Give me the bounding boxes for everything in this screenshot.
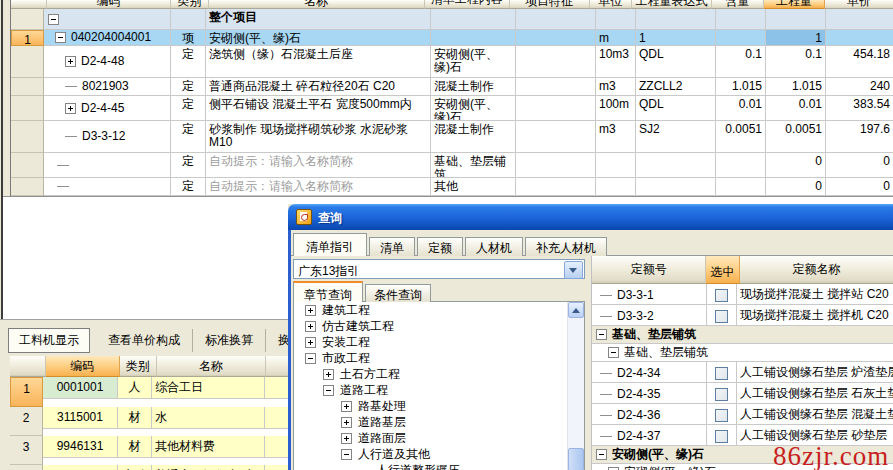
select-checkbox[interactable]: [715, 289, 728, 302]
col-header-name[interactable]: 名称: [209, 0, 425, 9]
dropdown-arrow-button[interactable]: [564, 261, 583, 279]
name-placeholder[interactable]: 自动提示：请输入名称简称: [206, 153, 431, 178]
group-row-name[interactable]: 整个项目: [206, 9, 431, 30]
tab-condition-query[interactable]: 条件查询: [365, 284, 431, 302]
scrollbar-thumb[interactable]: [568, 448, 584, 470]
select-checkbox[interactable]: [715, 310, 728, 323]
tab-chapter-query[interactable]: 章节查询: [293, 281, 363, 302]
col-header-selected[interactable]: 选中: [706, 256, 740, 284]
col-header-quota-code[interactable]: 定额号: [592, 256, 706, 284]
dialog-title: 查询: [318, 210, 342, 227]
col-header-qty-expr[interactable]: 工程量表达式: [632, 0, 712, 9]
current-cell[interactable]: 0001001: [43, 377, 118, 399]
collapse-icon[interactable]: [305, 353, 316, 364]
result-row[interactable]: D3-3-2 现场搅拌混凝土 搅拌机 C20: [592, 305, 893, 326]
table-row[interactable]: D2-4-45 定 侧平石铺设 混凝土平石 宽度500mm内 安砌侧(平、缘)石…: [11, 96, 893, 121]
collapse-icon[interactable]: [608, 347, 619, 358]
row-number[interactable]: 4: [10, 465, 43, 470]
result-row[interactable]: D2-4-36 人工铺设侧缘石垫层 混凝土垫: [592, 404, 893, 425]
select-checkbox[interactable]: [715, 409, 728, 422]
col-header-unit-price[interactable]: 单价: [825, 0, 893, 9]
tab-list-guide[interactable]: 清单指引: [293, 233, 367, 256]
collapse-icon[interactable]: [48, 14, 59, 25]
col-header-category[interactable]: 类别: [120, 356, 157, 377]
expand-icon[interactable]: [341, 433, 352, 444]
collapse-icon[interactable]: [323, 385, 334, 396]
corner-header[interactable]: [11, 0, 47, 9]
row-number[interactable]: 1: [11, 30, 44, 46]
dialog-titlebar[interactable]: 查询: [288, 204, 893, 230]
tree-item[interactable]: 建筑工程: [294, 302, 584, 318]
row-number[interactable]: 2: [10, 407, 43, 436]
tree-item[interactable]: 土石方工程: [294, 366, 584, 382]
scroll-up-button[interactable]: [568, 302, 584, 318]
expand-icon[interactable]: [305, 337, 316, 348]
expand-icon[interactable]: [341, 401, 352, 412]
corner-header[interactable]: [10, 356, 46, 377]
selected-cell[interactable]: 1: [766, 30, 826, 46]
tree-item[interactable]: 安装工程: [294, 334, 584, 350]
tab-supplement-resources[interactable]: 补充人材机: [525, 237, 607, 256]
result-subgroup-row[interactable]: 基础、垫层铺筑: [592, 344, 893, 362]
result-row[interactable]: D2-4-34 人工铺设侧缘石垫层 炉渣垫层: [592, 362, 893, 383]
row-number[interactable]: 3: [10, 436, 43, 465]
table-row[interactable]: D3-3-12 定 砂浆制作 现场搅拌砌筑砂浆 水泥砂浆 M10 混凝土制作 m…: [11, 121, 893, 153]
collapse-icon[interactable]: [341, 449, 352, 460]
tree-scrollbar[interactable]: [567, 302, 584, 470]
table-row[interactable]: 8021903 定 普通商品混凝土 碎石粒径20石 C20 混凝土制作 m3 Z…: [11, 78, 893, 96]
chapter-tree: 建筑工程 仿古建筑工程 安装工程 市政工程 土石方工程 道路工程 路基处理 道路…: [293, 301, 585, 470]
col-header-category[interactable]: 类别: [171, 0, 209, 9]
tab-list[interactable]: 清单: [369, 237, 415, 256]
expand-icon[interactable]: [65, 56, 76, 67]
table-row[interactable]: 定 自动提示：请输入名称简称 基础、垫层铺筑 0 0: [11, 153, 893, 178]
tab-quota[interactable]: 定额: [417, 237, 463, 256]
tab-unit-price-composition[interactable]: 查看单价构成: [96, 329, 193, 352]
collapse-icon[interactable]: [55, 32, 66, 43]
collapse-icon[interactable]: [596, 329, 607, 340]
row-number[interactable]: 1: [10, 377, 43, 407]
expand-icon[interactable]: [305, 321, 316, 332]
expand-icon[interactable]: [323, 369, 334, 380]
expand-icon[interactable]: [65, 103, 76, 114]
col-header-code[interactable]: 编码: [47, 0, 171, 9]
result-row[interactable]: D3-3-1 现场搅拌混凝土 搅拌站 C20: [592, 284, 893, 305]
dialog-tabstrip: 清单指引 清单 定额 人材机 补充人材机: [293, 233, 609, 256]
result-group-row[interactable]: 基础、垫层铺筑: [592, 326, 893, 344]
chevron-up-icon: [572, 308, 580, 313]
table-row[interactable]: D2-4-48 定 浇筑侧（缘）石混凝土后座 安砌侧(平、缘)石 10m3 QD…: [11, 46, 893, 78]
col-header-unit[interactable]: 单位: [590, 0, 633, 9]
tree-item[interactable]: 人行道及其他: [294, 446, 584, 462]
col-header-work-content[interactable]: 清单工程内容: [425, 0, 510, 9]
tree-item[interactable]: 道路基层: [294, 414, 584, 430]
table-row[interactable]: 1 040204004001 项 安砌侧(平、缘)石 m 1 1: [11, 30, 893, 46]
leaf-dash-icon: [57, 165, 69, 166]
tree-item[interactable]: 人行道整形碾压: [294, 462, 584, 470]
col-header-name[interactable]: 名称: [157, 356, 267, 377]
tab-resources[interactable]: 人材机: [465, 237, 523, 256]
name-placeholder[interactable]: 自动提示：请输入名称简称: [206, 178, 431, 196]
col-header-quota-name[interactable]: 定额名称: [740, 256, 893, 284]
expand-icon[interactable]: [305, 305, 316, 316]
guide-book-dropdown[interactable]: 广东13指引: [293, 259, 585, 279]
expand-icon[interactable]: [341, 417, 352, 428]
leaf-dash-icon: [57, 186, 69, 187]
select-checkbox[interactable]: [715, 388, 728, 401]
col-header-content-amt[interactable]: 含量: [712, 0, 764, 9]
tree-item[interactable]: 路基处理: [294, 398, 584, 414]
result-row[interactable]: D2-4-35 人工铺设侧缘石垫层 石灰土垫: [592, 383, 893, 404]
col-header-code[interactable]: 编码: [46, 356, 120, 377]
tab-labor-material-machine[interactable]: 工料机显示: [8, 328, 90, 353]
chevron-down-icon: [569, 268, 577, 273]
select-checkbox[interactable]: [715, 367, 728, 380]
col-header-feature[interactable]: 项目特征: [510, 0, 590, 9]
tree-item[interactable]: 道路面层: [294, 430, 584, 446]
collapse-icon[interactable]: [596, 449, 607, 460]
tab-standard-conversion[interactable]: 标准换算: [193, 329, 266, 352]
tree-item[interactable]: 市政工程: [294, 350, 584, 366]
col-header-quantity[interactable]: 工程量: [764, 0, 825, 9]
tree-item[interactable]: 道路工程: [294, 382, 584, 398]
table-row-whole-project[interactable]: 整个项目: [11, 9, 893, 30]
select-checkbox[interactable]: [715, 430, 728, 443]
table-row[interactable]: 定 自动提示：请输入名称简称 其他 0 0: [11, 178, 893, 196]
tree-item[interactable]: 仿古建筑工程: [294, 318, 584, 334]
